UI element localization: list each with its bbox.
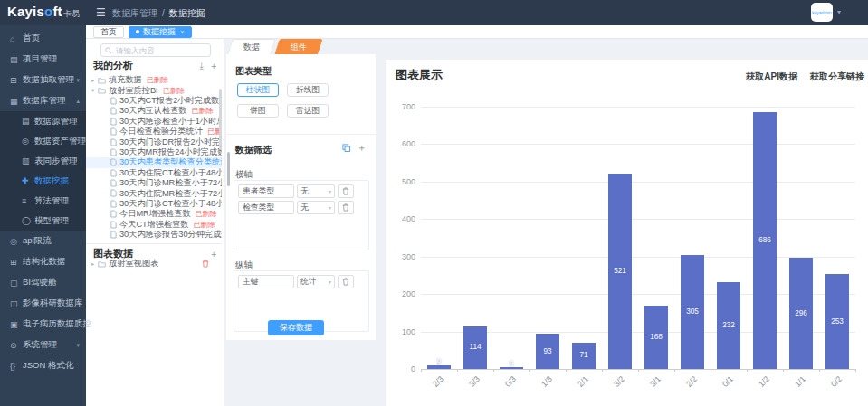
- gridline: [421, 144, 855, 145]
- bar-value-label: 71: [572, 351, 596, 359]
- x-tick-mark: [638, 369, 639, 372]
- axis-field-input[interactable]: 检查类型: [238, 201, 294, 214]
- add-filter-icon[interactable]: ＋: [357, 144, 367, 152]
- breadcrumb-item[interactable]: 数据库管理: [112, 8, 157, 18]
- axis-agg-select[interactable]: 无▾: [297, 184, 335, 198]
- sidebar-item-电子病历数据质控[interactable]: ▣电子病历数据质控: [0, 314, 86, 335]
- user-avatar[interactable]: kayadmin: [811, 3, 833, 22]
- sidebar-item-label: 项目管理: [23, 53, 57, 65]
- sidebar-item-label: 数据挖掘: [34, 175, 69, 187]
- sidebar-item-JSON 格式化[interactable]: {}JSON 格式化: [0, 355, 86, 376]
- sidebar-item-数据库管理[interactable]: ▦数据库管理▴: [0, 90, 86, 111]
- x-tick-mark: [783, 369, 784, 372]
- sidebar-item-label: api限流: [23, 235, 52, 247]
- sidebar-item-label: 数据库管理: [23, 95, 66, 107]
- chart-data-item[interactable]: ▸ 放射室视图表: [86, 258, 222, 269]
- mid-scrollbar[interactable]: [227, 152, 230, 186]
- close-icon[interactable]: ×: [180, 28, 185, 36]
- tree-item-label[interactable]: 30天内急诊报告30分钟完成数: [119, 229, 222, 241]
- sidebar-item-项目管理[interactable]: ▤项目管理: [0, 49, 86, 70]
- chart-type-折线图[interactable]: 折线图: [287, 83, 329, 97]
- sidebar-collapse-icon[interactable]: ☰: [96, 6, 106, 19]
- breadcrumb: 数据库管理/数据挖掘: [112, 7, 205, 20]
- copy-icon[interactable]: [342, 144, 350, 152]
- axis-field-input[interactable]: 患者类型: [238, 184, 294, 198]
- sidebar-item-结构化数据[interactable]: ⊞结构化数据: [0, 251, 86, 272]
- search-input[interactable]: [116, 46, 197, 55]
- my-analysis-header: 我的分析 ⤓ ＋: [93, 59, 218, 72]
- axis-field-input[interactable]: 主键: [238, 275, 294, 288]
- sidebar-item-模型管理[interactable]: ◯模型管理: [0, 211, 86, 231]
- chart-type-饼图[interactable]: 饼图: [237, 104, 279, 118]
- document-icon: [110, 158, 117, 166]
- chevron-down-icon[interactable]: ▾: [837, 8, 841, 16]
- sidebar-item-数据挖掘[interactable]: ✚数据挖掘: [0, 171, 86, 191]
- chart-data-item-label[interactable]: 放射室视图表: [109, 258, 158, 269]
- delete-row-button[interactable]: [338, 201, 354, 214]
- tab-数据挖掘[interactable]: 数据挖掘×: [129, 26, 192, 38]
- axis-row: 患者类型无▾: [238, 184, 365, 198]
- sidebar-item-api限流[interactable]: ◎api限流: [0, 231, 86, 251]
- sidebar-item-数据资产管理[interactable]: ◎数据资产管理: [0, 131, 86, 151]
- tree-item[interactable]: 30天内急诊报告30分钟完成数: [86, 230, 222, 240]
- json-icon: {}: [10, 362, 23, 371]
- x-tick-label: 0/3: [489, 374, 519, 404]
- delete-row-button[interactable]: [338, 275, 354, 288]
- table-sync-icon: ▥: [22, 156, 34, 165]
- sidebar-item-数据抽取管理[interactable]: ⊟数据抽取管理▾: [0, 70, 86, 90]
- x-tick-label: 1/3: [525, 374, 555, 404]
- chart-links: 获取API数据获取分享链接: [746, 71, 864, 83]
- download-icon[interactable]: ⤓: [200, 61, 204, 71]
- sidebar-submenu: ▤数据源管理◎数据资产管理▥表同步管理✚数据挖掘≡算法管理◯模型管理: [0, 111, 86, 231]
- sidebar-item-BI驾驶舱[interactable]: ▢BI驾驶舱: [0, 272, 86, 293]
- sidebar-item-数据源管理[interactable]: ▤数据源管理: [0, 111, 86, 131]
- x-tick-label: 0/2: [815, 374, 844, 404]
- sidebar-item-影像科研数据库[interactable]: ◫影像科研数据库: [0, 293, 86, 314]
- sidebar-item-算法管理[interactable]: ≡算法管理: [0, 191, 86, 211]
- add-analysis-icon[interactable]: ＋: [209, 61, 218, 71]
- home-icon: ⌂: [10, 34, 23, 43]
- sidebar-item-表同步管理[interactable]: ▥表同步管理: [0, 151, 86, 171]
- model-icon: ◯: [22, 216, 34, 225]
- x-tick-mark: [493, 369, 494, 372]
- config-tab-组件[interactable]: 组件: [274, 39, 323, 54]
- sidebar-item-label: BI驾驶舱: [23, 277, 56, 288]
- expand-arrow-icon[interactable]: ▸: [91, 260, 98, 268]
- deleted-badge: 已删除: [196, 209, 217, 219]
- delete-icon[interactable]: [202, 260, 209, 268]
- data-extract-icon: ⊟: [10, 76, 23, 85]
- search-box[interactable]: [100, 43, 211, 57]
- sidebar-item-首页[interactable]: ⌂首页: [0, 28, 86, 49]
- delete-row-button[interactable]: [338, 184, 354, 198]
- chart-type-雷达图[interactable]: 雷达图: [287, 104, 329, 118]
- document-icon: [110, 169, 117, 177]
- expand-arrow-icon[interactable]: ▾: [91, 87, 98, 94]
- bar-value-label: 93: [536, 347, 559, 355]
- config-panel: 数据组件 图表类型 数据筛选 ＋ 横轴 患者类型无▾检查类型无▾ 纵轴 主键统计…: [226, 39, 376, 406]
- expand-arrow-icon[interactable]: ▸: [91, 77, 98, 84]
- save-data-button[interactable]: 保存数据: [268, 320, 324, 335]
- config-tab-数据[interactable]: 数据: [227, 39, 276, 54]
- chart-type-柱状图[interactable]: 柱状图: [237, 83, 279, 97]
- tab-首页[interactable]: 首页: [93, 26, 124, 38]
- sidebar-item-label: 电子病历数据质控: [23, 318, 91, 330]
- link-获取分享链接[interactable]: 获取分享链接: [810, 71, 864, 83]
- filter-tools: ＋: [342, 144, 367, 152]
- config-tab-label: 组件: [291, 42, 307, 53]
- axis-row: 主键统计▾: [238, 275, 365, 288]
- axis-agg-select[interactable]: 无▾: [297, 201, 335, 214]
- link-获取API数据[interactable]: 获取API数据: [746, 71, 797, 83]
- breadcrumb-current: 数据挖掘: [169, 8, 205, 18]
- bar-value-label: 9: [427, 358, 451, 366]
- y-tick-label: 700: [388, 102, 415, 111]
- left-scrollbar[interactable]: [219, 89, 222, 150]
- x-tick-mark: [674, 369, 675, 372]
- document-icon: [110, 97, 117, 105]
- axis-agg-select[interactable]: 统计▾: [297, 275, 335, 288]
- document-icon: [110, 210, 117, 218]
- x-tick-label: 1/1: [778, 374, 808, 404]
- sidebar-item-系统管理[interactable]: ⊙系统管理▾: [0, 335, 86, 355]
- add-chart-data-icon[interactable]: ＋: [209, 250, 218, 259]
- folder-icon: [98, 77, 106, 84]
- emr-qc-icon: ▣: [10, 320, 23, 329]
